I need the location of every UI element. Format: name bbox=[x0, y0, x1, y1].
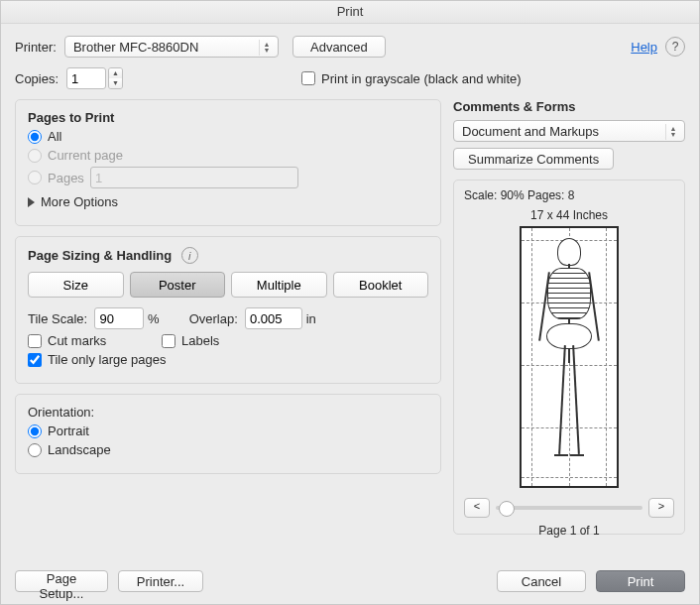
printer-label: Printer: bbox=[15, 40, 57, 55]
printer-select[interactable]: Brother MFC-8860DN ▲▼ bbox=[64, 36, 279, 58]
booklet-button[interactable]: Booklet bbox=[333, 272, 429, 298]
labels-label: Labels bbox=[181, 333, 219, 348]
pages-range-input bbox=[90, 167, 298, 188]
skeleton-leg-icon bbox=[558, 345, 566, 454]
sizing-heading: Page Sizing & Handling bbox=[28, 248, 172, 263]
pages-all-radio[interactable] bbox=[28, 130, 42, 144]
tile-only-label: Tile only large pages bbox=[48, 352, 166, 367]
stepper-arrows-icon[interactable]: ▲▼ bbox=[108, 67, 123, 89]
printer-settings-button[interactable]: Printer... bbox=[118, 570, 203, 592]
page-setup-button[interactable]: Page Setup... bbox=[15, 570, 108, 592]
slider-thumb[interactable] bbox=[499, 501, 515, 517]
portrait-label: Portrait bbox=[48, 424, 89, 438]
skeleton-foot-icon bbox=[554, 454, 568, 456]
skeleton-pelvis-icon bbox=[546, 323, 592, 349]
help-link[interactable]: Help bbox=[631, 40, 657, 55]
cancel-button[interactable]: Cancel bbox=[497, 570, 586, 592]
pages-all-label: All bbox=[48, 129, 61, 144]
page-of-text: Page 1 of 1 bbox=[464, 524, 674, 538]
skeleton-leg-icon bbox=[572, 345, 580, 454]
skeleton-foot-icon bbox=[570, 454, 584, 456]
info-icon[interactable]: i bbox=[181, 247, 198, 264]
summarize-button[interactable]: Summarize Comments bbox=[453, 148, 614, 170]
cutmarks-label: Cut marks bbox=[48, 333, 162, 348]
preview-paper bbox=[520, 226, 619, 488]
pages-range-radio bbox=[28, 171, 42, 184]
size-button[interactable]: Size bbox=[28, 272, 124, 298]
percent-label: % bbox=[148, 311, 160, 326]
more-options[interactable]: More Options bbox=[41, 194, 118, 209]
disclosure-triangle-icon[interactable] bbox=[28, 197, 35, 207]
copies-input[interactable] bbox=[66, 67, 106, 89]
landscape-radio[interactable] bbox=[28, 443, 42, 457]
next-page-button[interactable]: > bbox=[648, 498, 674, 518]
pages-current-label: Current page bbox=[48, 148, 123, 163]
tile-scale-label: Tile Scale: bbox=[28, 311, 87, 326]
comments-select[interactable]: Document and Markups ▲▼ bbox=[453, 120, 685, 142]
advanced-button[interactable]: Advanced bbox=[292, 36, 386, 58]
grayscale-checkbox[interactable] bbox=[301, 71, 315, 85]
help-icon[interactable]: ? bbox=[665, 37, 685, 57]
comments-heading: Comments & Forms bbox=[453, 99, 576, 114]
print-button[interactable]: Print bbox=[596, 570, 685, 592]
tile-scale-input[interactable] bbox=[94, 307, 144, 329]
window-title: Print bbox=[1, 1, 699, 24]
updown-icon: ▲▼ bbox=[665, 124, 680, 140]
tile-only-checkbox[interactable] bbox=[28, 353, 42, 367]
pages-range-label: Pages bbox=[48, 171, 84, 185]
updown-icon: ▲▼ bbox=[259, 40, 274, 56]
landscape-label: Landscape bbox=[48, 442, 111, 457]
skeleton-skull-icon bbox=[557, 238, 581, 266]
cutmarks-checkbox[interactable] bbox=[28, 334, 42, 348]
scale-pages-text: Scale: 90% Pages: 8 bbox=[464, 188, 674, 202]
preview-panel: Scale: 90% Pages: 8 17 x 44 Inches bbox=[453, 180, 685, 535]
pages-to-print-panel: Pages to Print All Current page Pages bbox=[15, 99, 441, 226]
print-dialog: Print Printer: Brother MFC-8860DN ▲▼ Adv… bbox=[0, 0, 700, 605]
labels-checkbox[interactable] bbox=[162, 334, 175, 348]
portrait-radio[interactable] bbox=[28, 424, 42, 438]
comments-select-value: Document and Markups bbox=[462, 124, 599, 139]
overlap-input[interactable] bbox=[245, 307, 302, 329]
sizing-panel: Page Sizing & Handling i Size Poster Mul… bbox=[15, 236, 441, 384]
preview-zoom-slider[interactable] bbox=[496, 506, 642, 510]
dimensions-text: 17 x 44 Inches bbox=[464, 208, 674, 222]
pages-current-radio bbox=[28, 149, 42, 163]
prev-page-button[interactable]: < bbox=[464, 498, 490, 518]
grayscale-label: Print in grayscale (black and white) bbox=[321, 71, 522, 86]
printer-value: Brother MFC-8860DN bbox=[73, 40, 198, 55]
in-label: in bbox=[306, 311, 316, 326]
skeleton-ribs-icon bbox=[547, 268, 591, 319]
pages-heading: Pages to Print bbox=[28, 110, 428, 125]
multiple-button[interactable]: Multiple bbox=[231, 272, 327, 298]
orientation-panel: Orientation: Portrait Landscape bbox=[15, 394, 441, 474]
orientation-heading: Orientation: bbox=[28, 405, 428, 420]
overlap-label: Overlap: bbox=[189, 311, 238, 326]
copies-label: Copies: bbox=[15, 71, 58, 86]
poster-button[interactable]: Poster bbox=[130, 272, 226, 298]
copies-stepper[interactable]: ▲▼ bbox=[66, 67, 123, 89]
